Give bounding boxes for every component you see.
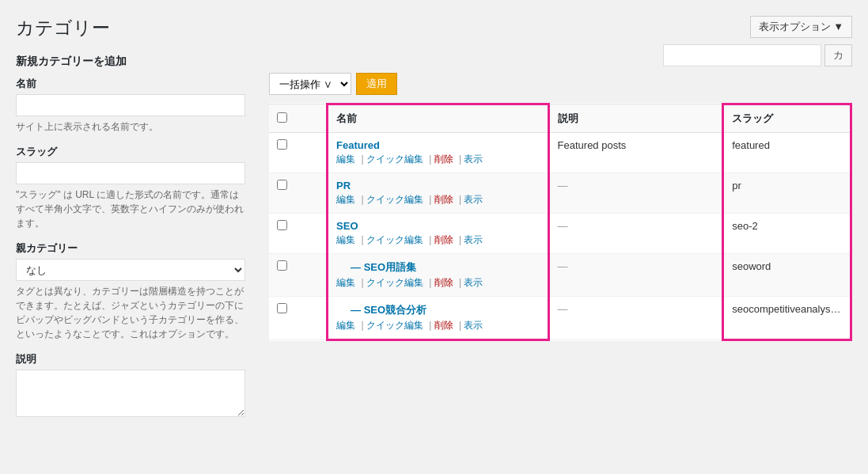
row-action-表示[interactable]: 表示 [464,194,483,205]
header-slug[interactable]: スラッグ [723,104,851,133]
parent-label: 親カテゴリー [16,241,245,256]
page-title: カテゴリー [16,16,245,40]
table-row-description: — [548,214,723,254]
row-checkbox[interactable] [277,220,287,230]
table-row-description: — [548,173,723,214]
category-name-link[interactable]: — SEO競合分析 [336,303,539,317]
table-container: 名前 説明 スラッグ Featured編集 | クイック編集 | 削除 | 表示… [269,103,852,341]
search-row: カ [269,44,852,66]
row-action-表示[interactable]: 表示 [464,234,483,245]
row-action-クイック編集[interactable]: クイック編集 [366,194,423,205]
row-action-削除[interactable]: 削除 [434,234,453,245]
left-panel: カテゴリー 新規カテゴリーを追加 名前 サイト上に表示される名前です。 スラッグ… [16,16,261,474]
categories-table: 名前 説明 スラッグ Featured編集 | クイック編集 | 削除 | 表示… [269,103,852,341]
name-hint: サイト上に表示される名前です。 [16,119,245,134]
row-action-クイック編集[interactable]: クイック編集 [366,277,423,288]
row-actions: 編集 | クイック編集 | 削除 | 表示 [336,193,539,207]
slug-label: スラッグ [16,145,245,159]
header-checkbox-cell [269,104,328,133]
table-row-name: Featured編集 | クイック編集 | 削除 | 表示 [328,133,548,173]
row-action-クイック編集[interactable]: クイック編集 [366,154,423,165]
row-checkbox-cell [269,254,328,297]
row-checkbox-cell [269,133,328,173]
row-action-表示[interactable]: 表示 [464,277,483,288]
header-name[interactable]: 名前 [328,104,548,133]
table-row-description: Featured posts [548,133,723,173]
slug-input[interactable] [16,162,245,184]
add-section-title: 新規カテゴリーを追加 [16,55,245,69]
top-bar: 表示オプション ▼ [269,16,852,38]
desc-label: 説明 [16,352,245,366]
row-checkbox[interactable] [277,303,287,313]
name-input[interactable] [16,94,245,116]
bulk-action-select[interactable]: 一括操作 ∨ [269,73,351,95]
row-action-表示[interactable]: 表示 [464,320,483,331]
row-action-編集[interactable]: 編集 [336,320,355,331]
category-name-link[interactable]: Featured [336,139,539,151]
display-options-button[interactable]: 表示オプション ▼ [750,16,852,38]
slug-hint: "スラッグ" は URL に適した形式の名前です。通常はすべて半角小文字で、英数… [16,188,245,230]
em-dash: — [558,220,568,232]
header-description: 説明 [548,104,723,133]
category-name-link[interactable]: SEO [336,220,539,232]
category-name-link[interactable]: — SEO用語集 [336,260,539,275]
table-row-name: — SEO用語集編集 | クイック編集 | 削除 | 表示 [328,254,548,297]
table-row-name: SEO編集 | クイック編集 | 削除 | 表示 [328,214,548,254]
parent-select[interactable]: なし [16,259,245,281]
parent-hint: タグとは異なり、カテゴリーは階層構造を持つことができます。たとえば、ジャズという… [16,284,245,341]
row-checkbox[interactable] [277,139,287,150]
table-row-slug: seoword [723,254,851,297]
row-action-編集[interactable]: 編集 [336,194,355,205]
row-action-削除[interactable]: 削除 [434,154,453,165]
row-action-編集[interactable]: 編集 [336,277,355,288]
table-row-description: — [548,297,723,340]
search-button[interactable]: カ [824,44,852,66]
row-action-クイック編集[interactable]: クイック編集 [366,234,423,245]
bulk-bar: 一括操作 ∨ 適用 [269,73,852,95]
row-actions: 編集 | クイック編集 | 削除 | 表示 [336,153,539,166]
row-checkbox[interactable] [277,260,287,271]
row-action-削除[interactable]: 削除 [434,320,453,331]
em-dash: — [558,180,568,191]
table-row-slug: seocompetitiveanalys… [723,297,851,340]
add-category-section: 新規カテゴリーを追加 名前 サイト上に表示される名前です。 スラッグ "スラッグ… [16,55,245,419]
select-all-checkbox[interactable] [277,112,287,123]
row-action-表示[interactable]: 表示 [464,154,483,165]
table-row-name: — SEO競合分析編集 | クイック編集 | 削除 | 表示 [328,297,548,340]
desc-textarea[interactable] [16,370,245,417]
row-action-クイック編集[interactable]: クイック編集 [366,320,423,331]
em-dash: — [558,260,568,272]
table-row-slug: featured [723,133,851,173]
search-input[interactable] [663,44,821,66]
apply-button[interactable]: 適用 [356,73,397,95]
category-name-link[interactable]: PR [336,180,539,191]
row-checkbox-cell [269,297,328,340]
row-actions: 編集 | クイック編集 | 削除 | 表示 [336,319,539,332]
right-panel: 表示オプション ▼ カ 一括操作 ∨ 適用 名前 [261,16,852,474]
table-row-description: — [548,254,723,297]
em-dash: — [558,303,568,315]
name-label: 名前 [16,77,245,91]
table-row-slug: seo-2 [723,214,851,254]
row-action-削除[interactable]: 削除 [434,194,453,205]
row-action-編集[interactable]: 編集 [336,234,355,245]
row-actions: 編集 | クイック編集 | 削除 | 表示 [336,276,539,290]
row-action-編集[interactable]: 編集 [336,154,355,165]
table-row-slug: pr [723,173,851,214]
row-checkbox-cell [269,173,328,214]
table-row-name: PR編集 | クイック編集 | 削除 | 表示 [328,173,548,214]
row-checkbox[interactable] [277,180,287,190]
row-checkbox-cell [269,214,328,254]
row-action-削除[interactable]: 削除 [434,277,453,288]
row-actions: 編集 | クイック編集 | 削除 | 表示 [336,233,539,247]
